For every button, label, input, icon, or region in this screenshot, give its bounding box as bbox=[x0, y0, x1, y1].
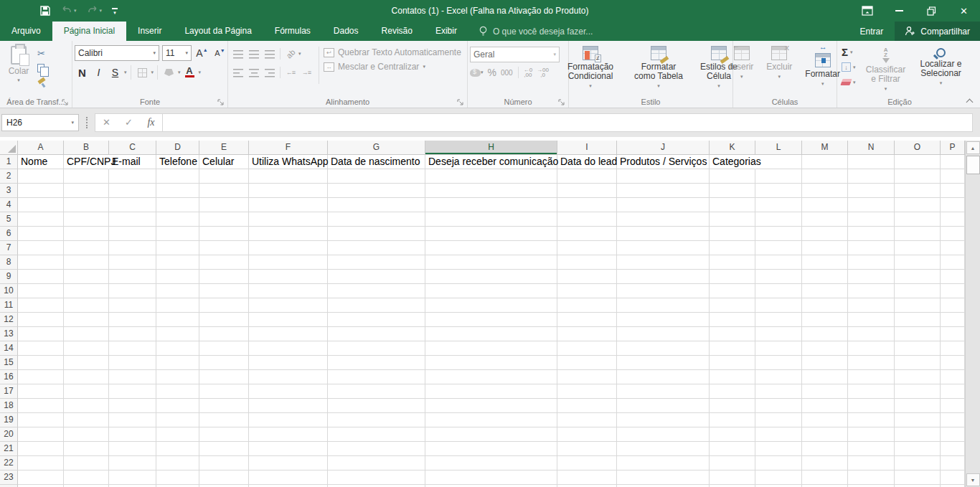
cut-button[interactable]: ✂ bbox=[35, 47, 51, 60]
cell-O2[interactable] bbox=[895, 169, 941, 184]
cell-L20[interactable] bbox=[755, 427, 802, 442]
cell-L21[interactable] bbox=[755, 442, 802, 456]
cell-O18[interactable] bbox=[895, 399, 941, 413]
row-header-20[interactable]: 20 bbox=[0, 427, 18, 442]
cell-K4[interactable] bbox=[710, 198, 755, 212]
cell-A8[interactable] bbox=[18, 255, 64, 270]
cell-J5[interactable] bbox=[617, 212, 710, 227]
cell-O17[interactable] bbox=[895, 384, 941, 399]
tab-dados[interactable]: Dados bbox=[322, 22, 370, 41]
increase-decimal-icon[interactable]: ←0,00 bbox=[524, 67, 532, 77]
column-header-M[interactable]: M bbox=[802, 141, 848, 155]
cell-K22[interactable] bbox=[710, 456, 755, 471]
cell-K9[interactable] bbox=[710, 270, 755, 284]
tab-revisão[interactable]: Revisão bbox=[370, 22, 424, 41]
cell-P2[interactable] bbox=[941, 169, 965, 184]
font-color-button[interactable]: A bbox=[182, 65, 197, 80]
cell-P18[interactable] bbox=[941, 399, 965, 413]
cell-J6[interactable] bbox=[617, 227, 710, 241]
cell-B21[interactable] bbox=[64, 442, 109, 456]
row-header-3[interactable]: 3 bbox=[0, 184, 18, 198]
sign-in-button[interactable]: Entrar bbox=[849, 22, 895, 41]
cell-E10[interactable] bbox=[199, 284, 249, 298]
row-header-15[interactable]: 15 bbox=[0, 356, 18, 370]
formula-bar-drag-handle[interactable] bbox=[86, 117, 88, 128]
cell-I15[interactable] bbox=[557, 356, 617, 370]
cell-L5[interactable] bbox=[755, 212, 802, 227]
cell-D23[interactable] bbox=[156, 471, 199, 485]
cell-G5[interactable] bbox=[328, 212, 425, 227]
cell-F17[interactable] bbox=[249, 384, 328, 399]
cell-A16[interactable] bbox=[18, 370, 64, 384]
cell-E21[interactable] bbox=[199, 442, 249, 456]
cell-B11[interactable] bbox=[64, 298, 109, 313]
column-header-L[interactable]: L bbox=[755, 141, 802, 155]
cell-N18[interactable] bbox=[848, 399, 895, 413]
cell-N20[interactable] bbox=[848, 427, 895, 442]
cell-F11[interactable] bbox=[249, 298, 328, 313]
undo-button[interactable]: ▾ bbox=[61, 6, 77, 16]
cell-I17[interactable] bbox=[557, 384, 617, 399]
cell-G21[interactable] bbox=[328, 442, 425, 456]
cell-O11[interactable] bbox=[895, 298, 941, 313]
cell-H22[interactable] bbox=[425, 456, 557, 471]
cell-J18[interactable] bbox=[617, 399, 710, 413]
cell-M19[interactable] bbox=[802, 413, 848, 427]
cell-G17[interactable] bbox=[328, 384, 425, 399]
cell-C22[interactable] bbox=[109, 456, 156, 471]
cell-B16[interactable] bbox=[64, 370, 109, 384]
cell-J15[interactable] bbox=[617, 356, 710, 370]
cell-I10[interactable] bbox=[557, 284, 617, 298]
row-header-14[interactable]: 14 bbox=[0, 341, 18, 356]
cell-H7[interactable] bbox=[425, 241, 557, 255]
cell-P22[interactable] bbox=[941, 456, 965, 471]
cell-D6[interactable] bbox=[156, 227, 199, 241]
cell-K1[interactable]: Categorias bbox=[710, 155, 755, 169]
merge-center-button[interactable]: ↔ Mesclar e Centralizar ▾ bbox=[324, 62, 461, 72]
cell-B18[interactable] bbox=[64, 399, 109, 413]
cell-I11[interactable] bbox=[557, 298, 617, 313]
cell-I3[interactable] bbox=[557, 184, 617, 198]
row-header-9[interactable]: 9 bbox=[0, 270, 18, 284]
cell-N15[interactable] bbox=[848, 356, 895, 370]
cell-G11[interactable] bbox=[328, 298, 425, 313]
cell-I6[interactable] bbox=[557, 227, 617, 241]
column-header-N[interactable]: N bbox=[848, 141, 895, 155]
cell-H21[interactable] bbox=[425, 442, 557, 456]
cell-C1[interactable]: E-mail bbox=[109, 155, 156, 169]
cell-C13[interactable] bbox=[109, 327, 156, 341]
tab-página-inicial[interactable]: Página Inicial bbox=[52, 22, 126, 41]
cell-A19[interactable] bbox=[18, 413, 64, 427]
cell-N13[interactable] bbox=[848, 327, 895, 341]
column-header-C[interactable]: C bbox=[109, 141, 156, 155]
cell-E8[interactable] bbox=[199, 255, 249, 270]
cell-N10[interactable] bbox=[848, 284, 895, 298]
comma-style-button[interactable]: 000 bbox=[501, 69, 513, 77]
cell-J8[interactable] bbox=[617, 255, 710, 270]
cell-O20[interactable] bbox=[895, 427, 941, 442]
cell-I5[interactable] bbox=[557, 212, 617, 227]
cell-B5[interactable] bbox=[64, 212, 109, 227]
cell-A23[interactable] bbox=[18, 471, 64, 485]
cell-O12[interactable] bbox=[895, 313, 941, 327]
cell-O9[interactable] bbox=[895, 270, 941, 284]
confirm-entry-icon[interactable]: ✓ bbox=[118, 114, 140, 131]
conditional-formatting-button[interactable]: Formatação Condicional ▾ bbox=[558, 43, 623, 95]
column-header-E[interactable]: E bbox=[199, 141, 249, 155]
row-header-1[interactable]: 1 bbox=[0, 155, 18, 169]
cell-P10[interactable] bbox=[941, 284, 965, 298]
cell-F9[interactable] bbox=[249, 270, 328, 284]
column-header-F[interactable]: F bbox=[249, 141, 328, 155]
cell-J21[interactable] bbox=[617, 442, 710, 456]
cell-K12[interactable] bbox=[710, 313, 755, 327]
formula-input[interactable] bbox=[163, 113, 973, 132]
cell-E2[interactable] bbox=[199, 169, 249, 184]
cell-E23[interactable] bbox=[199, 471, 249, 485]
cancel-entry-icon[interactable]: ✕ bbox=[95, 114, 118, 131]
cell-B4[interactable] bbox=[64, 198, 109, 212]
cell-O5[interactable] bbox=[895, 212, 941, 227]
cell-A6[interactable] bbox=[18, 227, 64, 241]
font-name-select[interactable]: Calibri▾ bbox=[75, 45, 159, 61]
column-header-A[interactable]: A bbox=[18, 141, 64, 155]
cell-I21[interactable] bbox=[557, 442, 617, 456]
